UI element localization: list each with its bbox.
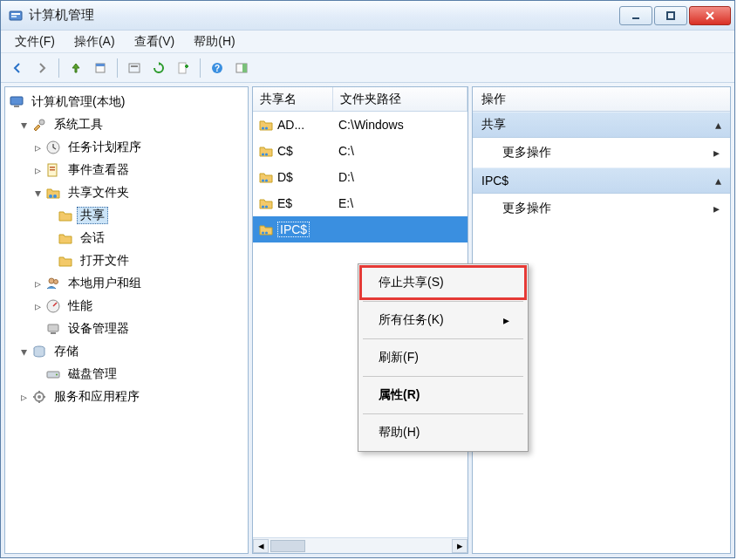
share-name: C$ <box>277 144 293 158</box>
ctx-refresh[interactable]: 刷新(F) <box>361 342 525 373</box>
refresh-button[interactable] <box>147 57 170 79</box>
ctx-separator <box>363 301 523 302</box>
chevron-right-icon: ▸ <box>713 201 720 215</box>
help-button[interactable]: ? <box>206 57 229 79</box>
actions-section-shares[interactable]: 共享 ▴ <box>473 112 730 138</box>
toolbar-divider <box>58 58 59 78</box>
expand-icon[interactable]: ▹ <box>31 141 44 154</box>
tree-services[interactable]: ▹ 服务和应用程序 <box>7 386 246 408</box>
svg-rect-4 <box>667 12 674 19</box>
svg-point-39 <box>262 205 264 208</box>
scroll-left-button[interactable]: ◂ <box>253 539 269 553</box>
collapse-icon[interactable]: ▾ <box>17 345 30 358</box>
show-action-pane-button[interactable] <box>230 57 253 79</box>
tree-device-manager[interactable]: 设备管理器 <box>7 318 246 340</box>
svg-point-16 <box>39 120 44 125</box>
expand-icon[interactable]: ▹ <box>17 391 30 403</box>
tree-task-scheduler[interactable]: ▹ 任务计划程序 <box>7 136 246 159</box>
chevron-right-icon: ▸ <box>713 146 720 160</box>
collapse-icon[interactable]: ▾ <box>17 119 30 131</box>
tree-shared-folders[interactable]: ▾ 共享文件夹 <box>7 181 246 204</box>
actions-header: 操作 <box>473 87 730 112</box>
ctx-properties[interactable]: 属性(R) <box>361 379 525 411</box>
menu-file[interactable]: 文件(F) <box>6 32 64 51</box>
share-row[interactable]: C$C:\ <box>253 138 467 164</box>
tree-sessions[interactable]: 会话 <box>7 227 246 249</box>
horizontal-scrollbar[interactable]: ◂ ▸ <box>253 537 467 553</box>
tree-local-users[interactable]: ▹ 本地用户和组 <box>7 272 246 295</box>
collapse-icon[interactable]: ▾ <box>31 187 44 199</box>
col-folder-path[interactable]: 文件夹路径 <box>333 87 467 111</box>
ctx-separator <box>363 376 523 377</box>
svg-point-30 <box>56 374 58 376</box>
shared-folder-icon <box>45 185 61 201</box>
share-row[interactable]: IPC$ <box>253 216 467 242</box>
window-controls <box>619 6 731 25</box>
tree-disk-management[interactable]: 磁盘管理 <box>7 363 246 386</box>
tree-shares[interactable]: 共享 <box>7 204 246 227</box>
share-row[interactable]: E$E:\ <box>253 190 467 216</box>
forward-button[interactable] <box>31 57 53 79</box>
svg-rect-20 <box>50 169 55 171</box>
sessions-icon <box>58 230 73 246</box>
svg-point-35 <box>262 153 264 155</box>
tree-root[interactable]: 计算机管理(本地) <box>7 91 246 113</box>
actions-more-1[interactable]: 更多操作 ▸ <box>473 138 730 167</box>
share-row[interactable]: AD...C:\Windows <box>253 112 467 138</box>
menu-view[interactable]: 查看(V) <box>126 32 184 51</box>
svg-rect-14 <box>10 97 23 105</box>
svg-rect-27 <box>51 332 56 334</box>
ctx-all-tasks[interactable]: 所有任务(K) ▸ <box>361 304 525 336</box>
expand-icon[interactable]: ▹ <box>31 164 44 176</box>
expand-icon[interactable]: ▹ <box>31 277 44 290</box>
tree-system-tools[interactable]: ▾ 系统工具 <box>7 113 246 136</box>
collapse-icon: ▴ <box>715 174 721 188</box>
computer-icon <box>9 94 24 110</box>
share-name: E$ <box>277 196 292 210</box>
ctx-help[interactable]: 帮助(H) <box>361 417 525 448</box>
back-button[interactable] <box>6 57 29 79</box>
share-row[interactable]: D$D:\ <box>253 164 467 190</box>
properties-button[interactable] <box>89 57 112 79</box>
openfiles-icon <box>58 253 73 269</box>
share-path: C:\ <box>338 144 354 158</box>
tree-performance[interactable]: ▹ 性能 <box>7 295 246 318</box>
close-button[interactable] <box>689 6 731 25</box>
col-share-name[interactable]: 共享名 <box>253 87 333 111</box>
toolbar: ? <box>1 53 734 83</box>
expand-icon[interactable]: ▹ <box>31 300 44 312</box>
share-name: D$ <box>277 170 293 184</box>
ctx-stop-sharing[interactable]: 停止共享(S) <box>361 267 525 298</box>
actions-section-ipc[interactable]: IPC$ ▴ <box>473 167 730 194</box>
new-button[interactable] <box>172 57 194 79</box>
up-button[interactable] <box>65 57 87 79</box>
tree-open-files[interactable]: 打开文件 <box>7 249 246 272</box>
share-folder-icon <box>258 117 274 133</box>
window-title: 计算机管理 <box>29 7 619 24</box>
toolbar-divider <box>200 58 201 78</box>
svg-point-24 <box>54 280 58 284</box>
svg-rect-2 <box>11 16 17 17</box>
menu-action[interactable]: 操作(A) <box>65 32 124 51</box>
nav-tree[interactable]: 计算机管理(本地) ▾ 系统工具 ▹ 任务计划程序 ▹ <box>5 87 248 553</box>
tree-storage[interactable]: ▾ 存储 <box>7 340 246 363</box>
scroll-right-button[interactable]: ▸ <box>452 539 467 553</box>
tools-icon <box>31 117 47 133</box>
export-button[interactable] <box>123 57 146 79</box>
app-icon <box>8 8 24 24</box>
titlebar: 计算机管理 <box>1 1 734 31</box>
menu-help[interactable]: 帮助(H) <box>185 32 243 51</box>
svg-point-21 <box>49 195 52 198</box>
svg-point-40 <box>265 205 268 208</box>
share-folder-icon <box>258 195 274 211</box>
maximize-button[interactable] <box>654 6 687 25</box>
tree-event-viewer[interactable]: ▹ 事件查看器 <box>7 159 246 181</box>
chevron-right-icon: ▸ <box>503 313 509 327</box>
minimize-button[interactable] <box>619 6 652 25</box>
actions-more-2[interactable]: 更多操作 ▸ <box>473 194 730 223</box>
scroll-thumb[interactable] <box>270 540 305 552</box>
ctx-separator <box>363 338 523 339</box>
svg-rect-6 <box>96 64 105 66</box>
disk-icon <box>45 366 61 382</box>
performance-icon <box>45 298 61 314</box>
